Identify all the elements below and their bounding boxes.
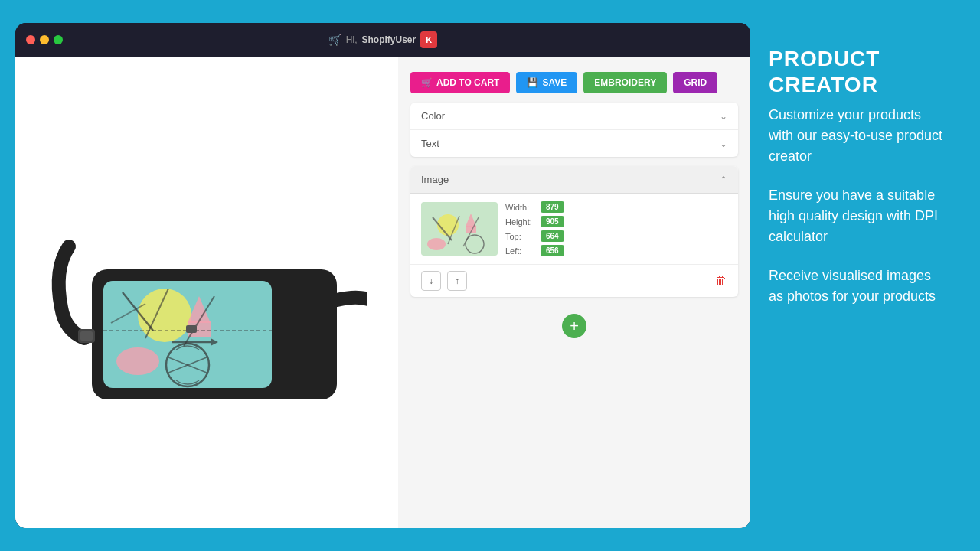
product-creator-title: PRODUCT CREATOR [769, 46, 946, 97]
feature1-text: Ensure you have a suitable high quality … [769, 185, 946, 247]
svg-point-3 [116, 347, 159, 375]
feature2-text: Receive visualised images as photos for … [769, 266, 946, 307]
color-label: Color [421, 110, 445, 122]
add-button-row: + [410, 306, 738, 346]
image-section: Image ⌃ [410, 166, 738, 297]
cart-btn-icon: 🛒 [421, 77, 433, 88]
image-item: Width: 879 Height: 905 Top: 664 [410, 194, 738, 265]
height-value: 905 [541, 216, 564, 227]
width-value: 879 [541, 201, 564, 213]
svg-point-21 [427, 238, 446, 250]
height-stat: Height: 905 [505, 216, 727, 227]
titlebar: 🛒 Hi, ShopifyUser K [15, 23, 750, 57]
close-dot[interactable] [26, 35, 35, 44]
app-content: 🛒 ADD TO CART 💾 SAVE EMBROIDERY GRID [15, 57, 750, 528]
svg-rect-16 [186, 325, 197, 333]
hi-text: Hi, [346, 34, 358, 45]
text-panel: PRODUCT CREATOR Customize your products … [750, 23, 965, 528]
svg-rect-18 [80, 331, 93, 341]
dropdowns-section: Color ⌄ Text ⌄ [410, 103, 738, 157]
text-chevron-icon: ⌄ [720, 139, 727, 149]
save-button[interactable]: 💾 SAVE [516, 72, 577, 93]
grid-label: GRID [684, 77, 707, 88]
image-actions: ↓ ↑ 🗑 [410, 265, 738, 297]
product-area [15, 57, 398, 528]
delete-image-button[interactable]: 🗑 [715, 274, 727, 288]
arrow-buttons: ↓ ↑ [421, 271, 467, 291]
width-stat: Width: 879 [505, 201, 727, 213]
embroidery-label: EMBROIDERY [594, 77, 656, 88]
text-label: Text [421, 138, 439, 149]
user-avatar[interactable]: K [420, 31, 437, 48]
window-controls [26, 35, 63, 44]
outer-container: 🛒 Hi, ShopifyUser K [15, 23, 965, 528]
top-value: 664 [541, 230, 564, 242]
left-label: Left: [505, 246, 534, 256]
image-chevron-icon: ⌃ [720, 174, 727, 185]
fanny-pack-container [38, 93, 375, 491]
color-dropdown[interactable]: Color ⌄ [410, 103, 738, 130]
grid-button[interactable]: GRID [673, 72, 717, 93]
image-section-label: Image [421, 174, 449, 185]
app-window: 🛒 Hi, ShopifyUser K [15, 23, 750, 528]
image-stats: Width: 879 Height: 905 Top: 664 [505, 201, 727, 256]
add-to-cart-button[interactable]: 🛒 ADD TO CART [410, 72, 510, 93]
right-panel: 🛒 ADD TO CART 💾 SAVE EMBROIDERY GRID [398, 57, 750, 528]
maximize-dot[interactable] [54, 35, 63, 44]
color-chevron-icon: ⌄ [720, 111, 727, 122]
left-value: 656 [541, 245, 564, 256]
width-label: Width: [505, 203, 534, 212]
save-icon: 💾 [527, 77, 538, 88]
text-dropdown[interactable]: Text ⌄ [410, 130, 738, 157]
top-label: Top: [505, 232, 534, 241]
username-text: ShopifyUser [361, 34, 416, 45]
move-down-button[interactable]: ↓ [421, 271, 441, 291]
image-section-header[interactable]: Image ⌃ [410, 166, 738, 194]
add-to-cart-label: ADD TO CART [436, 77, 499, 88]
add-image-button[interactable]: + [562, 314, 586, 338]
cart-icon: 🛒 [328, 34, 341, 46]
action-buttons: 🛒 ADD TO CART 💾 SAVE EMBROIDERY GRID [410, 72, 738, 93]
save-label: SAVE [542, 77, 567, 88]
image-thumbnail [421, 202, 498, 256]
move-up-button[interactable]: ↑ [447, 271, 467, 291]
left-stat: Left: 656 [505, 245, 727, 256]
subtitle-text: Customize your products with our easy-to… [769, 105, 946, 167]
height-label: Height: [505, 217, 534, 227]
top-stat: Top: 664 [505, 230, 727, 242]
fanny-pack-image [46, 155, 368, 430]
embroidery-button[interactable]: EMBROIDERY [583, 72, 667, 93]
titlebar-center: 🛒 Hi, ShopifyUser K [328, 31, 437, 48]
minimize-dot[interactable] [40, 35, 49, 44]
